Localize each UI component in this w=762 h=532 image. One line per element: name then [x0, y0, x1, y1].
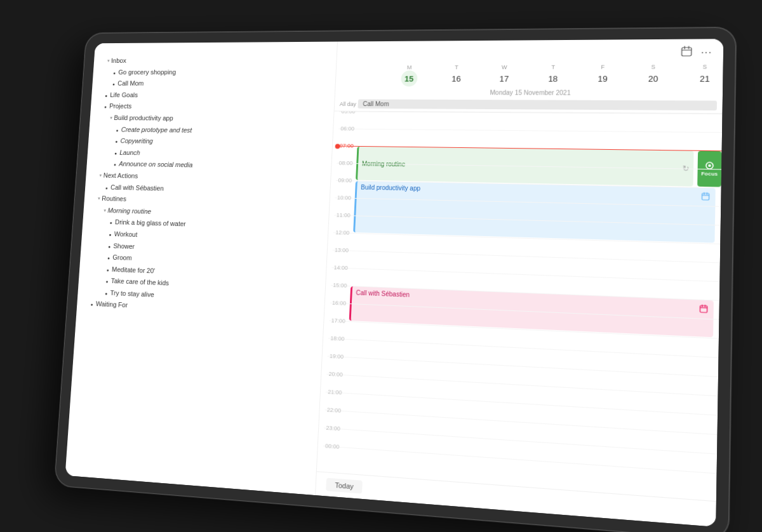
day-saturday[interactable]: S 20 — [641, 63, 665, 87]
tablet-screen: ▾Inbox●Go grocery shopping●Call Mom●Life… — [65, 39, 723, 527]
task-label: Inbox — [111, 56, 127, 66]
calendar-header: ··· — [337, 39, 723, 64]
bullet-icon: ● — [90, 301, 93, 308]
allday-label: All day — [340, 101, 358, 107]
bullet-icon: ● — [105, 278, 108, 285]
tablet-device: ▾Inbox●Go grocery shopping●Call Mom●Life… — [54, 27, 736, 532]
task-item[interactable]: ●Projects — [104, 102, 325, 113]
task-label: Meditate for 20' — [112, 264, 156, 276]
svg-rect-10 — [700, 305, 707, 312]
calendar-link-icon-build[interactable] — [701, 192, 711, 203]
call-sebastien-event[interactable]: Call with Sébastien — [349, 286, 714, 337]
task-item[interactable]: ▾Inbox — [107, 55, 326, 67]
chevron-icon: ▾ — [110, 115, 112, 123]
task-label: Take care of the kids — [110, 276, 169, 289]
time-slot-1400: 14:00 — [331, 267, 719, 300]
day-sunday[interactable]: S 21 — [692, 63, 718, 87]
task-label: Routines — [102, 194, 127, 204]
chevron-icon: ▾ — [104, 207, 106, 215]
time-slot-1300: 13:00 — [331, 250, 720, 281]
bullet-icon: ● — [108, 243, 110, 250]
bullet-icon: ● — [105, 184, 108, 191]
task-label: Build productivity app — [114, 113, 173, 124]
time-slot-2300: 23:00 — [323, 428, 717, 474]
time-slot-1500: 15:00 Call with Sébastien — [330, 285, 719, 319]
time-slot-2000: 20:00 — [326, 374, 718, 415]
calendar-icon[interactable] — [680, 46, 693, 60]
bullet-icon: ● — [116, 127, 118, 133]
task-label: Morning routine — [107, 205, 151, 216]
svg-rect-6 — [702, 193, 709, 200]
date-header-label: Monday 15 November 2021 — [335, 86, 723, 99]
call-sebastien-title: Call with Sébastien — [356, 289, 410, 298]
bullet-icon: ● — [112, 81, 115, 88]
call-event-container: Call with Sébastien — [349, 286, 719, 339]
task-panel: ▾Inbox●Go grocery shopping●Call Mom●Life… — [65, 42, 337, 496]
task-label: Life Goals — [110, 90, 138, 100]
allday-event-call-mom[interactable]: Call Mom — [358, 99, 717, 110]
calendar-link-icon-call[interactable] — [699, 304, 709, 316]
task-label: Workout — [114, 229, 138, 241]
bullet-icon: ● — [114, 150, 117, 156]
time-slot-2200: 22:00 — [324, 409, 718, 453]
task-label: Create prototype and test — [121, 124, 192, 136]
svg-point-5 — [708, 164, 711, 167]
bullet-icon: ● — [113, 70, 116, 76]
task-label: Call with Sébastien — [110, 182, 164, 194]
task-label: Try to stay alive — [110, 288, 154, 300]
build-app-title: Build productivity app — [361, 184, 420, 192]
task-label: Copywriting — [120, 136, 153, 147]
focus-button[interactable]: Focus — [697, 151, 721, 187]
task-label: Groom — [112, 253, 132, 264]
day-tuesday[interactable]: T 16 — [444, 64, 468, 86]
day-monday[interactable]: M 15 — [398, 64, 421, 86]
svg-point-4 — [706, 163, 713, 170]
day-wednesday[interactable]: W 17 — [492, 64, 516, 87]
time-slot-1900: 19:00 — [326, 356, 718, 396]
task-label: Next Actions — [103, 170, 138, 181]
task-label: Drink a big glass of water — [114, 217, 186, 230]
time-grid: 05:00 06:00 07:00 — [317, 111, 723, 501]
day-friday[interactable]: F 19 — [591, 64, 615, 87]
calendar-panel: ··· M 15 T 16 W — [316, 39, 723, 527]
task-label: Shower — [113, 241, 135, 252]
svg-rect-0 — [681, 48, 691, 56]
task-item[interactable]: ●Call Mom — [105, 79, 326, 90]
bullet-icon: ● — [105, 92, 107, 98]
task-label: Call Mom — [117, 79, 144, 89]
chevron-icon: ▾ — [98, 196, 100, 203]
task-item[interactable]: ●Copywriting — [102, 136, 323, 149]
time-slot-2100: 21:00 — [324, 392, 718, 434]
task-item[interactable]: ●Go grocery shopping — [106, 67, 326, 77]
calendar-footer: Today — [316, 471, 716, 527]
task-item[interactable]: ●Create prototype and test — [102, 124, 323, 137]
build-app-event-container: Build productivity app — [353, 181, 721, 244]
task-label: Projects — [109, 102, 132, 112]
chevron-icon: ▾ — [99, 172, 102, 180]
task-item[interactable]: ▾Build productivity app — [103, 113, 324, 125]
task-label: Announce on social media — [119, 159, 193, 171]
refresh-icon[interactable]: ↻ — [682, 164, 689, 173]
time-slot-1700: 17:00 — [328, 321, 719, 357]
task-item[interactable]: ●Life Goals — [105, 90, 325, 102]
bullet-icon: ● — [109, 231, 111, 238]
time-slot-1200: 12:00 — [333, 232, 721, 262]
chevron-icon: ▾ — [107, 58, 110, 65]
task-label: Go grocery shopping — [118, 67, 177, 77]
task-label: Launch — [119, 147, 140, 158]
task-label: Waiting For — [95, 299, 128, 311]
bullet-icon: ● — [106, 267, 109, 274]
week-days-row: M 15 T 16 W 17 T 18 — [336, 63, 723, 87]
more-options-icon[interactable]: ··· — [701, 47, 712, 58]
time-slot-1800: 18:00 — [328, 338, 719, 376]
bullet-icon: ● — [107, 255, 110, 262]
bullet-icon: ● — [105, 290, 107, 297]
bullet-icon: ● — [104, 103, 107, 110]
day-thursday[interactable]: T 18 — [541, 64, 565, 87]
today-button[interactable]: Today — [326, 478, 363, 494]
bullet-icon: ● — [114, 161, 116, 168]
bullet-icon: ● — [115, 138, 117, 145]
tablet-wrapper: ▾Inbox●Go grocery shopping●Call Mom●Life… — [48, 25, 714, 507]
bullet-icon: ● — [109, 220, 112, 227]
app-container: ▾Inbox●Go grocery shopping●Call Mom●Life… — [65, 39, 723, 527]
